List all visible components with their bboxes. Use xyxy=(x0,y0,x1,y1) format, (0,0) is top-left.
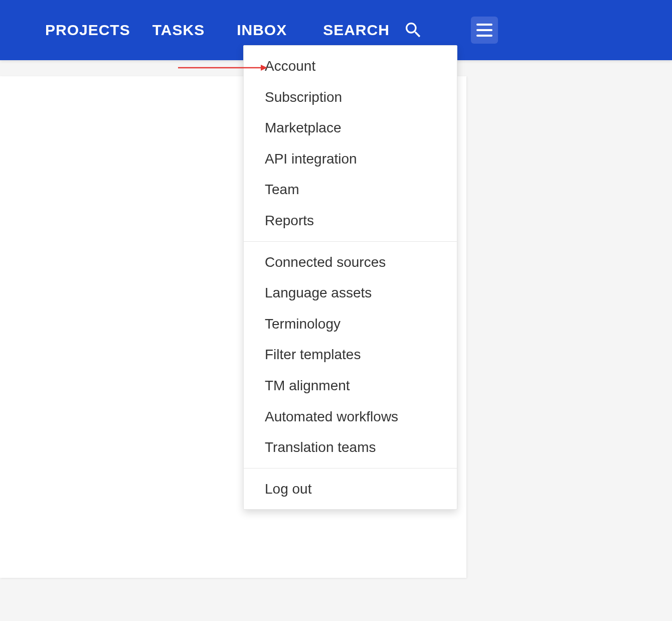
menu-item-translation-teams[interactable]: Translation teams xyxy=(244,432,457,463)
menu-item-subscription[interactable]: Subscription xyxy=(244,82,457,113)
menu-item-terminology[interactable]: Terminology xyxy=(244,308,457,340)
nav-inbox[interactable]: INBOX xyxy=(237,22,287,39)
main-menu-dropdown: Account Subscription Marketplace API int… xyxy=(243,45,457,510)
nav-search-label[interactable]: SEARCH xyxy=(323,22,390,39)
menu-item-marketplace[interactable]: Marketplace xyxy=(244,112,457,143)
menu-item-log-out[interactable]: Log out xyxy=(244,474,457,505)
hamburger-menu-button[interactable] xyxy=(471,17,498,44)
nav-tasks[interactable]: TASKS xyxy=(152,22,205,39)
menu-item-team[interactable]: Team xyxy=(244,174,457,205)
dropdown-group-account: Account Subscription Marketplace API int… xyxy=(244,46,457,241)
menu-item-account[interactable]: Account xyxy=(244,51,457,82)
menu-item-language-assets[interactable]: Language assets xyxy=(244,277,457,308)
search-icon[interactable] xyxy=(403,20,424,41)
menu-item-api-integration[interactable]: API integration xyxy=(244,143,457,175)
nav-projects[interactable]: PROJECTS xyxy=(45,22,130,39)
menu-item-reports[interactable]: Reports xyxy=(244,205,457,236)
menu-item-connected-sources[interactable]: Connected sources xyxy=(244,247,457,278)
search-area: SEARCH xyxy=(323,20,424,41)
menu-item-tm-alignment[interactable]: TM alignment xyxy=(244,370,457,401)
dropdown-group-resources: Connected sources Language assets Termin… xyxy=(244,242,457,468)
dropdown-group-logout: Log out xyxy=(244,469,457,510)
hamburger-icon xyxy=(476,24,492,26)
menu-item-filter-templates[interactable]: Filter templates xyxy=(244,339,457,370)
menu-item-automated-workflows[interactable]: Automated workflows xyxy=(244,401,457,432)
